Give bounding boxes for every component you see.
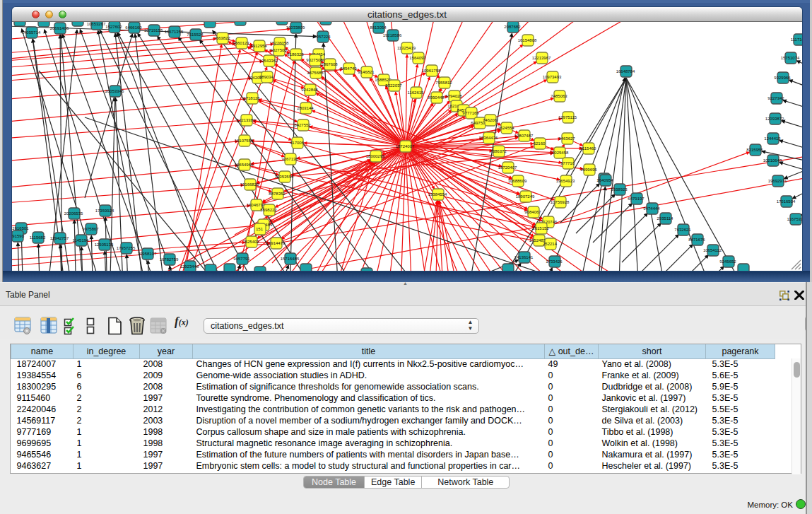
svg-text:10653267: 10653267	[87, 22, 106, 26]
svg-text:16648784: 16648784	[616, 69, 635, 74]
svg-text:19166829: 19166829	[240, 182, 259, 187]
svg-text:7625402: 7625402	[242, 240, 259, 244]
svg-text:16914479: 16914479	[266, 241, 286, 245]
svg-text:6479197: 6479197	[628, 197, 645, 201]
svg-text:10688609: 10688609	[508, 179, 527, 183]
svg-text:1115682: 1115682	[30, 235, 46, 240]
svg-text:977716: 977716	[560, 161, 575, 165]
svg-text:9975867: 9975867	[82, 227, 99, 231]
svg-text:2087682: 2087682	[504, 25, 521, 29]
svg-text:151: 151	[256, 227, 264, 231]
svg-text:17957255: 17957255	[117, 246, 136, 250]
svg-text:12923446: 12923446	[180, 264, 199, 269]
svg-text:20206535: 20206535	[64, 211, 83, 216]
svg-text:8454749: 8454749	[340, 66, 357, 71]
svg-text:12353594: 12353594	[275, 175, 294, 179]
svg-text:20691406: 20691406	[50, 26, 69, 30]
svg-text:18907249: 18907249	[516, 194, 535, 199]
svg-text:9084067: 9084067	[524, 210, 541, 214]
svg-text:19384554: 19384554	[428, 192, 447, 197]
svg-text:1117164: 1117164	[791, 37, 802, 42]
svg-text:16033809: 16033809	[286, 25, 305, 30]
svg-text:8215955: 8215955	[746, 148, 763, 152]
svg-text:8813054: 8813054	[370, 25, 387, 30]
svg-text:10756928: 10756928	[551, 200, 570, 204]
svg-text:62160: 62160	[534, 141, 546, 146]
svg-text:16046798: 16046798	[247, 203, 266, 207]
svg-text:18724007: 18724007	[396, 144, 415, 148]
svg-text:9146821: 9146821	[358, 70, 375, 74]
svg-text:10210643: 10210643	[763, 158, 782, 163]
svg-text:12975115: 12975115	[558, 115, 577, 119]
svg-text:9699695: 9699695	[580, 168, 597, 172]
svg-text:16782759: 16782759	[160, 257, 179, 262]
svg-text:417006: 417006	[290, 141, 305, 145]
svg-text:14136141: 14136141	[514, 255, 534, 259]
svg-text:2718126: 2718126	[243, 96, 260, 100]
svg-text:19218586: 19218586	[383, 33, 402, 37]
svg-text:1640954: 1640954	[596, 178, 613, 182]
svg-text:8186328: 8186328	[287, 52, 304, 57]
svg-text:2616501: 2616501	[12, 226, 29, 230]
svg-text:16154808: 16154808	[518, 38, 537, 42]
svg-text:6466160: 6466160	[125, 25, 142, 30]
svg-text:10973493: 10973493	[543, 75, 562, 79]
svg-text:10961758: 10961758	[422, 69, 441, 73]
svg-text:17359924: 17359924	[95, 209, 114, 213]
svg-text:8878352: 8878352	[269, 192, 286, 196]
svg-text:17016504: 17016504	[777, 199, 796, 204]
svg-text:7386372: 7386372	[490, 149, 507, 153]
svg-text:15720407: 15720407	[498, 165, 517, 170]
svg-text:1615152: 1615152	[532, 226, 549, 230]
svg-text:7515524: 7515524	[187, 33, 204, 37]
svg-text:10719155: 10719155	[144, 28, 163, 33]
svg-text:391590: 391590	[12, 234, 25, 238]
svg-text:3267130: 3267130	[281, 157, 298, 161]
svg-text:19654923: 19654923	[556, 179, 575, 183]
svg-text:9463627: 9463627	[558, 136, 575, 141]
svg-text:8990448: 8990448	[428, 95, 445, 100]
svg-text:1167533: 1167533	[787, 217, 802, 221]
svg-text:18300295: 18300295	[366, 154, 385, 158]
svg-text:14055714: 14055714	[22, 30, 41, 35]
svg-text:5698222: 5698222	[260, 208, 277, 212]
svg-text:7663822: 7663822	[213, 36, 230, 40]
svg-text:12093872: 12093872	[765, 117, 784, 121]
svg-text:9242848: 9242848	[301, 88, 318, 92]
svg-text:15716485: 15716485	[281, 257, 300, 261]
svg-text:7357224: 7357224	[314, 35, 331, 39]
svg-text:9457791: 9457791	[233, 257, 250, 261]
svg-text:1244415: 1244415	[764, 136, 781, 141]
svg-text:6794028: 6794028	[445, 94, 462, 98]
svg-text:9245652: 9245652	[719, 259, 736, 264]
svg-text:7632621: 7632621	[674, 228, 691, 232]
svg-text:12213389: 12213389	[237, 118, 256, 122]
svg-text:2935114: 2935114	[657, 216, 674, 221]
svg-text:12213967: 12213967	[532, 56, 551, 60]
svg-text:989034: 989034	[259, 75, 274, 79]
svg-text:12505135: 12505135	[95, 243, 114, 247]
svg-text:1527602: 1527602	[105, 25, 122, 29]
svg-text:1145194: 1145194	[73, 238, 90, 243]
svg-text:16654966: 16654966	[235, 163, 254, 167]
svg-text:15751074: 15751074	[781, 56, 800, 60]
svg-text:10543362: 10543362	[259, 59, 278, 63]
svg-text:8427552: 8427552	[294, 123, 311, 127]
svg-text:20053346: 20053346	[105, 89, 124, 93]
svg-text:19692971: 19692971	[768, 179, 787, 183]
svg-text:11325419: 11325419	[397, 46, 416, 50]
svg-text:9474444: 9474444	[643, 206, 660, 211]
svg-text:16107554: 16107554	[235, 139, 254, 143]
svg-text:9329966: 9329966	[774, 76, 791, 80]
svg-text:10807487: 10807487	[514, 134, 534, 138]
svg-text:10958107: 10958107	[138, 252, 157, 256]
svg-text:10654112: 10654112	[703, 248, 722, 252]
svg-text:9115460: 9115460	[580, 146, 597, 151]
svg-text:746206: 746206	[483, 118, 498, 122]
svg-text:3675685: 3675685	[307, 71, 324, 75]
svg-text:252214: 252214	[543, 242, 558, 246]
svg-text:5938923: 5938923	[611, 187, 628, 192]
svg-text:9327500: 9327500	[270, 48, 287, 52]
svg-text:1733426: 1733426	[546, 259, 563, 264]
svg-text:8912954: 8912954	[250, 44, 267, 48]
